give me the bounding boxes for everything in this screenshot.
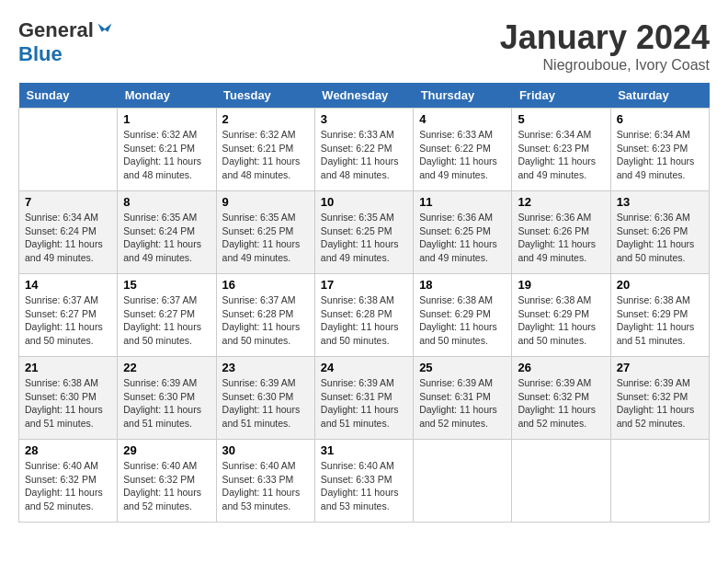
week-row-3: 14Sunrise: 6:37 AM Sunset: 6:27 PM Dayli… [19,274,710,357]
calendar-cell [610,440,709,523]
day-info: Sunrise: 6:36 AM Sunset: 6:26 PM Dayligh… [518,211,604,265]
day-header-wednesday: Wednesday [314,83,413,109]
calendar-cell: 2Sunrise: 6:32 AM Sunset: 6:21 PM Daylig… [216,109,314,191]
day-number: 11 [419,195,506,209]
day-number: 5 [518,112,604,126]
day-number: 30 [222,443,309,457]
day-info: Sunrise: 6:39 AM Sunset: 6:30 PM Dayligh… [222,376,309,431]
calendar-cell: 7Sunrise: 6:34 AM Sunset: 6:24 PM Daylig… [19,191,118,274]
day-info: Sunrise: 6:38 AM Sunset: 6:28 PM Dayligh… [321,293,407,348]
calendar-cell: 30Sunrise: 6:40 AM Sunset: 6:33 PM Dayli… [216,440,314,523]
day-info: Sunrise: 6:39 AM Sunset: 6:32 PM Dayligh… [518,376,604,431]
day-info: Sunrise: 6:37 AM Sunset: 6:28 PM Dayligh… [222,293,309,348]
day-header-saturday: Saturday [610,83,709,109]
day-info: Sunrise: 6:34 AM Sunset: 6:23 PM Dayligh… [518,128,604,182]
day-info: Sunrise: 6:37 AM Sunset: 6:27 PM Dayligh… [123,293,210,348]
day-header-friday: Friday [512,83,610,109]
calendar-cell [414,440,512,523]
day-number: 26 [518,361,604,374]
calendar-cell: 31Sunrise: 6:40 AM Sunset: 6:33 PM Dayli… [314,440,413,523]
day-number: 7 [25,195,111,209]
month-title: January 2024 [500,18,710,57]
day-number: 28 [25,443,111,457]
day-number: 12 [518,195,604,209]
week-row-1: 1Sunrise: 6:32 AM Sunset: 6:21 PM Daylig… [19,109,710,191]
calendar-cell [512,440,610,523]
calendar-cell: 3Sunrise: 6:33 AM Sunset: 6:22 PM Daylig… [314,109,413,191]
calendar-cell: 13Sunrise: 6:36 AM Sunset: 6:26 PM Dayli… [610,191,709,274]
day-number: 9 [222,195,309,209]
day-header-sunday: Sunday [19,83,118,109]
day-number: 3 [321,112,407,126]
day-info: Sunrise: 6:32 AM Sunset: 6:21 PM Dayligh… [222,128,309,182]
day-info: Sunrise: 6:32 AM Sunset: 6:21 PM Dayligh… [123,128,210,182]
calendar-cell: 18Sunrise: 6:38 AM Sunset: 6:29 PM Dayli… [414,274,512,357]
day-number: 18 [419,278,506,292]
calendar-cell: 25Sunrise: 6:39 AM Sunset: 6:31 PM Dayli… [414,357,512,440]
calendar-cell: 20Sunrise: 6:38 AM Sunset: 6:29 PM Dayli… [610,274,709,357]
day-number: 25 [419,361,506,374]
calendar-cell: 9Sunrise: 6:35 AM Sunset: 6:25 PM Daylig… [216,191,314,274]
calendar-cell: 5Sunrise: 6:34 AM Sunset: 6:23 PM Daylig… [512,109,610,191]
day-info: Sunrise: 6:40 AM Sunset: 6:32 PM Dayligh… [25,459,111,513]
header-row: SundayMondayTuesdayWednesdayThursdayFrid… [19,83,710,109]
day-info: Sunrise: 6:40 AM Sunset: 6:33 PM Dayligh… [222,459,309,513]
page-header: General Blue January 2024 Niegrouboue, I… [18,18,710,74]
day-info: Sunrise: 6:36 AM Sunset: 6:26 PM Dayligh… [617,211,703,265]
calendar-cell: 4Sunrise: 6:33 AM Sunset: 6:22 PM Daylig… [414,109,512,191]
calendar-cell: 23Sunrise: 6:39 AM Sunset: 6:30 PM Dayli… [216,357,314,440]
day-info: Sunrise: 6:33 AM Sunset: 6:22 PM Dayligh… [419,128,506,182]
day-number: 10 [321,195,407,209]
day-info: Sunrise: 6:39 AM Sunset: 6:32 PM Dayligh… [617,376,703,431]
location: Niegrouboue, Ivory Coast [500,57,710,74]
day-number: 4 [419,112,506,126]
day-number: 20 [617,278,703,292]
calendar-cell: 26Sunrise: 6:39 AM Sunset: 6:32 PM Dayli… [512,357,610,440]
logo-general-text: General [18,18,94,42]
calendar-table: SundayMondayTuesdayWednesdayThursdayFrid… [18,83,710,523]
day-info: Sunrise: 6:34 AM Sunset: 6:24 PM Dayligh… [25,211,111,265]
calendar-cell: 29Sunrise: 6:40 AM Sunset: 6:32 PM Dayli… [118,440,216,523]
day-info: Sunrise: 6:39 AM Sunset: 6:30 PM Dayligh… [123,376,210,431]
day-header-thursday: Thursday [414,83,512,109]
day-number: 31 [321,443,407,457]
day-number: 24 [321,361,407,374]
day-number: 8 [123,195,210,209]
day-header-tuesday: Tuesday [216,83,314,109]
logo-blue-text: Blue [18,42,63,65]
week-row-2: 7Sunrise: 6:34 AM Sunset: 6:24 PM Daylig… [19,191,710,274]
logo: General Blue [18,18,114,66]
day-info: Sunrise: 6:36 AM Sunset: 6:25 PM Dayligh… [419,211,506,265]
week-row-4: 21Sunrise: 6:38 AM Sunset: 6:30 PM Dayli… [19,357,710,440]
day-info: Sunrise: 6:34 AM Sunset: 6:23 PM Dayligh… [617,128,703,182]
day-number: 15 [123,278,210,292]
calendar-cell: 24Sunrise: 6:39 AM Sunset: 6:31 PM Dayli… [314,357,413,440]
calendar-cell: 27Sunrise: 6:39 AM Sunset: 6:32 PM Dayli… [610,357,709,440]
day-number: 23 [222,361,309,374]
day-info: Sunrise: 6:38 AM Sunset: 6:29 PM Dayligh… [419,293,506,348]
day-info: Sunrise: 6:38 AM Sunset: 6:30 PM Dayligh… [25,376,111,431]
day-info: Sunrise: 6:37 AM Sunset: 6:27 PM Dayligh… [25,293,111,348]
day-info: Sunrise: 6:40 AM Sunset: 6:32 PM Dayligh… [123,459,210,513]
day-info: Sunrise: 6:38 AM Sunset: 6:29 PM Dayligh… [617,293,703,348]
day-info: Sunrise: 6:33 AM Sunset: 6:22 PM Dayligh… [321,128,407,182]
day-number: 17 [321,278,407,292]
day-number: 16 [222,278,309,292]
calendar-cell: 10Sunrise: 6:35 AM Sunset: 6:25 PM Dayli… [314,191,413,274]
day-number: 14 [25,278,111,292]
day-number: 2 [222,112,309,126]
day-header-monday: Monday [118,83,216,109]
day-number: 19 [518,278,604,292]
day-info: Sunrise: 6:35 AM Sunset: 6:24 PM Dayligh… [123,211,210,265]
calendar-cell: 16Sunrise: 6:37 AM Sunset: 6:28 PM Dayli… [216,274,314,357]
calendar-cell: 11Sunrise: 6:36 AM Sunset: 6:25 PM Dayli… [414,191,512,274]
day-info: Sunrise: 6:39 AM Sunset: 6:31 PM Dayligh… [419,376,506,431]
day-info: Sunrise: 6:39 AM Sunset: 6:31 PM Dayligh… [321,376,407,431]
day-info: Sunrise: 6:40 AM Sunset: 6:33 PM Dayligh… [321,459,407,513]
day-info: Sunrise: 6:35 AM Sunset: 6:25 PM Dayligh… [222,211,309,265]
calendar-cell [19,109,118,191]
calendar-cell: 12Sunrise: 6:36 AM Sunset: 6:26 PM Dayli… [512,191,610,274]
day-number: 13 [617,195,703,209]
calendar-cell: 17Sunrise: 6:38 AM Sunset: 6:28 PM Dayli… [314,274,413,357]
calendar-cell: 19Sunrise: 6:38 AM Sunset: 6:29 PM Dayli… [512,274,610,357]
